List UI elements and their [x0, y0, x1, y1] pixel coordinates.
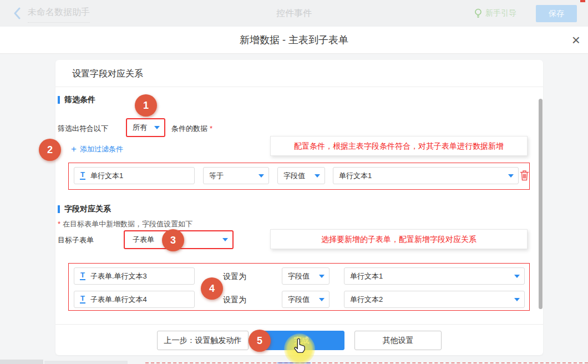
save-button[interactable]: 保存 — [536, 5, 577, 22]
add-filter-condition-link[interactable]: + 添加过滤条件 — [71, 144, 123, 154]
step-badge-1: 1 — [135, 94, 157, 117]
plus-icon: + — [71, 145, 77, 153]
document-title[interactable]: 未命名数据助手 — [28, 7, 90, 23]
section-accent-bar — [58, 205, 60, 213]
caret-down-icon — [514, 298, 520, 301]
modal-title: 新增数据 - 主表到子表单 — [0, 27, 588, 53]
filter-annotation-callout: 配置条件，根据主表字段条件符合，对其子表单进行数据新增 — [270, 136, 528, 156]
filter-field-box[interactable]: T 单行文本1 — [74, 167, 195, 184]
mapping-field-box[interactable]: T 子表单.单行文本4 — [74, 291, 195, 308]
trash-icon — [520, 170, 529, 181]
filter-value-dropdown[interactable]: 单行文本1 — [333, 167, 519, 184]
close-icon[interactable]: × — [572, 31, 580, 49]
text-field-icon: T — [80, 272, 85, 280]
step-badge-5: 5 — [249, 330, 271, 352]
filter-suffix-label: 条件的数据* — [171, 124, 212, 134]
previous-step-button[interactable]: 上一步：设置触发动作 — [157, 331, 249, 350]
text-field-icon: T — [80, 171, 85, 180]
target-subform-label: 目标子表单 — [58, 235, 94, 245]
background-page-fragment — [44, 361, 128, 364]
text-field-icon: T — [80, 295, 85, 304]
mapping-subtitle: *在目标表单中新增数据，字段值设置如下 — [58, 219, 192, 229]
beginner-guide-link[interactable]: 新手引导 — [474, 8, 516, 18]
settings-card: 设置字段对应关系 — [55, 60, 543, 355]
caret-down-icon — [508, 174, 514, 178]
operator-dropdown[interactable]: 等于 — [203, 167, 269, 184]
step-badge-2: 2 — [39, 139, 61, 161]
background-page-fragment — [0, 360, 43, 364]
caret-down-icon — [315, 174, 320, 178]
mapping-field-box[interactable]: T 子表单.单行文本3 — [74, 267, 195, 285]
top-app-bar: 未命名数据助手 控件事件 新手引导 保存 — [0, 0, 588, 27]
mapping-value-type-dropdown[interactable]: 字段值 — [282, 267, 330, 285]
section-accent-bar — [58, 96, 60, 104]
filter-section-title: 筛选条件 — [58, 95, 95, 105]
lightbulb-icon — [474, 8, 482, 18]
caret-down-icon — [258, 174, 264, 178]
caret-down-icon — [154, 126, 160, 129]
guide-label: 新手引导 — [485, 8, 516, 18]
modal-header: 新增数据 - 主表到子表单 × — [0, 27, 588, 54]
filter-prefix-label: 筛选出符合以下 — [58, 124, 108, 134]
step-badge-4: 4 — [201, 277, 223, 300]
background-page-fragment — [145, 362, 588, 363]
vertical-scrollbar[interactable] — [539, 99, 543, 309]
back-icon[interactable] — [13, 7, 21, 19]
caret-down-icon — [319, 298, 325, 301]
match-mode-dropdown[interactable]: 所有 — [126, 118, 165, 137]
mapping-annotation-callout: 选择要新增的子表单，配置新增字段对应关系 — [270, 229, 528, 249]
mapping-value-type-dropdown[interactable]: 字段值 — [282, 291, 330, 308]
value-type-dropdown[interactable]: 字段值 — [277, 167, 325, 184]
required-mark: * — [210, 124, 212, 133]
hand-pointer-icon — [293, 337, 307, 354]
card-header: 设置字段对应关系 — [55, 60, 543, 87]
set-to-label: 设置为 — [223, 272, 246, 282]
step-badge-3: 3 — [162, 229, 184, 251]
mapping-section-title: 字段对应关系 — [58, 204, 111, 214]
screen: 未命名数据助手 控件事件 新手引导 保存 新增数据 - 主表到子表单 × 设置字… — [0, 0, 588, 364]
delete-condition-button[interactable] — [520, 170, 529, 181]
set-to-label: 设置为 — [223, 295, 246, 305]
other-settings-button[interactable]: 其他设置 — [354, 331, 442, 350]
corner-artifact — [580, 0, 585, 2]
mapping-value-dropdown[interactable]: 单行文本2 — [344, 291, 525, 308]
footer-divider — [55, 324, 543, 325]
mapping-value-dropdown[interactable]: 单行文本1 — [344, 267, 525, 285]
caret-down-icon — [514, 275, 520, 278]
caret-down-icon — [319, 275, 325, 278]
caret-down-icon — [222, 238, 228, 241]
